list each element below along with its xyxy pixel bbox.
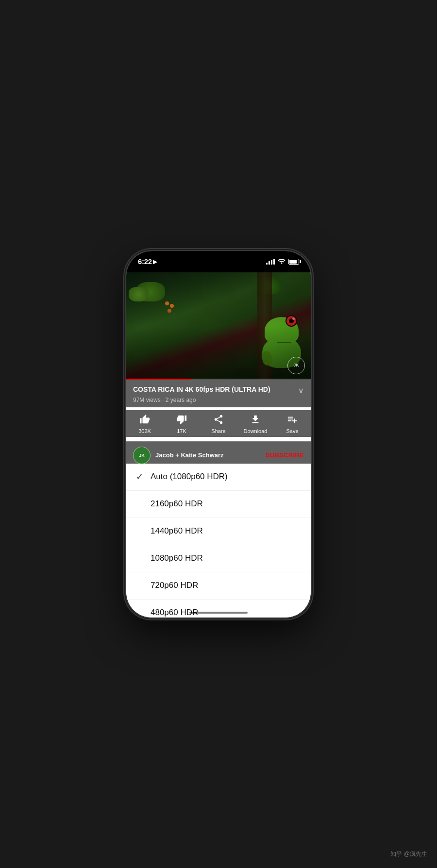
share-icon xyxy=(213,414,224,426)
check-icon: ✓ xyxy=(136,471,151,482)
share-button[interactable]: Share xyxy=(205,414,232,434)
quality-label-1080: 1080p60 HDR xyxy=(151,553,203,563)
meta-separator: · xyxy=(162,397,166,403)
channel-avatar: JK xyxy=(133,447,151,464)
wifi-icon xyxy=(278,258,286,265)
quality-option-1440[interactable]: 1440p60 HDR xyxy=(126,518,311,545)
quality-label-2160: 2160p60 HDR xyxy=(151,499,203,509)
like-button[interactable]: 302K xyxy=(132,414,158,434)
download-label: Download xyxy=(244,428,268,434)
save-button[interactable]: Save xyxy=(279,414,306,434)
subscribe-button[interactable]: SUBSCRIBE xyxy=(266,451,304,459)
quality-option-auto[interactable]: ✓ Auto (1080p60 HDR) xyxy=(126,464,311,491)
status-time: 6:22 xyxy=(138,257,152,266)
phone-frame: 6:22 ▶ xyxy=(126,251,311,618)
dislike-icon xyxy=(176,414,187,426)
signal-icon xyxy=(266,259,275,265)
page-watermark: 知乎 @疯先生 xyxy=(390,850,427,858)
quality-option-2160[interactable]: 2160p60 HDR xyxy=(126,491,311,518)
status-icons xyxy=(266,258,299,265)
location-icon: ▶ xyxy=(153,258,157,265)
video-meta: 97M views · 2 years ago xyxy=(133,397,304,403)
quality-option-1080[interactable]: 1080p60 HDR xyxy=(126,545,311,572)
notch xyxy=(185,251,252,265)
battery-icon xyxy=(288,259,299,265)
view-count: 97M views xyxy=(133,397,161,403)
channel-name: Jacob + Katie Schwarz xyxy=(155,451,261,459)
video-watermark: JK xyxy=(287,357,305,374)
video-title-row: COSTA RICA IN 4K 60fps HDR (ULTRA HD) ∨ xyxy=(133,385,304,395)
quality-option-720[interactable]: 720p60 HDR xyxy=(126,572,311,600)
quality-option-480[interactable]: 480p60 HDR xyxy=(126,600,311,618)
like-label: 302K xyxy=(138,428,151,434)
download-icon xyxy=(250,414,261,426)
download-button[interactable]: Download xyxy=(242,414,269,434)
quality-label-720: 720p60 HDR xyxy=(151,581,198,590)
action-row: 302K 17K Share xyxy=(126,410,311,437)
video-thumbnail[interactable]: JK xyxy=(126,272,311,380)
quality-sheet: ✓ Auto (1080p60 HDR) 2160p60 HDR 1440p60… xyxy=(126,464,311,618)
dislike-button[interactable]: 17K xyxy=(168,414,195,434)
video-title: COSTA RICA IN 4K 60fps HDR (ULTRA HD) xyxy=(133,385,294,394)
phone-screen: 6:22 ▶ xyxy=(126,251,311,618)
time-ago: 2 years ago xyxy=(166,397,196,403)
quality-label-auto: Auto (1080p60 HDR) xyxy=(151,472,228,482)
quality-label-1440: 1440p60 HDR xyxy=(151,526,203,536)
dislike-label: 17K xyxy=(177,428,186,434)
like-icon xyxy=(139,414,150,426)
save-label: Save xyxy=(286,428,298,434)
expand-icon[interactable]: ∨ xyxy=(298,386,304,395)
share-label: Share xyxy=(211,428,225,434)
video-info-section: COSTA RICA IN 4K 60fps HDR (ULTRA HD) ∨ … xyxy=(126,380,311,407)
home-indicator[interactable] xyxy=(189,612,248,614)
save-icon xyxy=(287,414,298,426)
